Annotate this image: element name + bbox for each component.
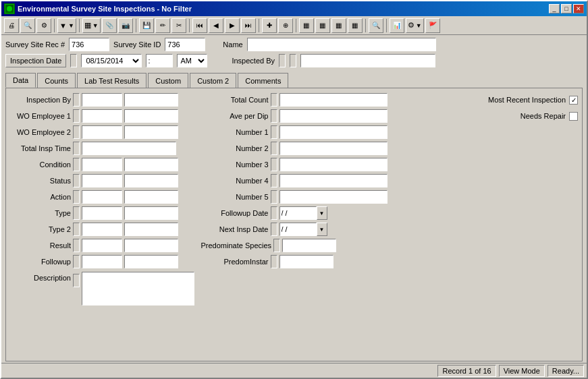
- inspection-by-input2[interactable]: [124, 93, 178, 107]
- grid2-button[interactable]: ▦: [315, 18, 330, 33]
- close-button[interactable]: ✕: [573, 4, 584, 13]
- condition-input2[interactable]: [124, 158, 178, 171]
- result-input2[interactable]: [124, 239, 178, 252]
- next-insp-date-input[interactable]: [279, 223, 317, 236]
- toolbar-sep-5: [259, 19, 259, 32]
- type-input2[interactable]: [124, 206, 178, 220]
- needs-repair-checkbox[interactable]: [569, 112, 578, 121]
- number5-input[interactable]: [279, 190, 387, 204]
- result-input1[interactable]: [82, 239, 122, 252]
- grid1-button[interactable]: ▦: [299, 18, 314, 33]
- row-result: Result: [10, 238, 194, 253]
- type2-label: Type 2: [10, 225, 71, 233]
- grid4-button[interactable]: ▦: [348, 18, 363, 33]
- status-input2[interactable]: [124, 174, 178, 187]
- type2-input1[interactable]: [82, 223, 122, 236]
- predom-species-input[interactable]: [282, 239, 336, 252]
- wo-emp1-input1[interactable]: [82, 109, 122, 123]
- wo-emp1-input2[interactable]: [124, 109, 178, 123]
- description-textarea[interactable]: [82, 272, 194, 305]
- print-button[interactable]: 🖨: [4, 18, 19, 33]
- tab-counts[interactable]: Counts: [37, 73, 76, 88]
- last-record-button[interactable]: ⏭: [241, 18, 256, 33]
- inspection-by-input1[interactable]: [82, 93, 122, 107]
- flag-button[interactable]: 🚩: [425, 18, 440, 33]
- inspection-date-select[interactable]: 08/15/2014: [81, 54, 142, 67]
- data-col-1: Inspection By WO Employee 1 WO Employee …: [10, 92, 194, 357]
- header-row-1: Survey Site Rec # Survey Site ID Name: [5, 38, 583, 51]
- scissors-button[interactable]: ✂: [171, 18, 186, 33]
- tabs-row: Data Counts Lab Test Results Custom Cust…: [5, 73, 583, 88]
- report-dropdown[interactable]: ⚙ ▼: [406, 18, 424, 33]
- minimize-button[interactable]: _: [549, 4, 560, 13]
- followup-date-dropdown[interactable]: ▼: [317, 206, 327, 220]
- number1-input[interactable]: [279, 125, 387, 139]
- tab-custom[interactable]: Custom: [148, 73, 188, 88]
- wo-emp2-input1[interactable]: [82, 125, 122, 139]
- survey-site-rec-input[interactable]: [69, 38, 109, 51]
- inspection-date-button[interactable]: Inspection Date: [5, 54, 66, 67]
- type-input1[interactable]: [82, 206, 122, 220]
- condition-ind: [73, 158, 80, 171]
- most-recent-checkbox[interactable]: ✓: [569, 96, 578, 105]
- survey-site-id-input[interactable]: [165, 38, 205, 51]
- prev-record-button[interactable]: ◀: [209, 18, 223, 33]
- number4-input[interactable]: [279, 174, 387, 187]
- total-count-input[interactable]: [279, 93, 387, 107]
- filter-dropdown[interactable]: ▼ ▼: [57, 18, 76, 33]
- action-input1[interactable]: [82, 190, 122, 204]
- status-label: Status: [10, 177, 71, 185]
- followup-date-wrapper: ▼: [279, 206, 327, 220]
- maximize-button[interactable]: □: [561, 4, 572, 13]
- tab-data[interactable]: Data: [5, 73, 36, 88]
- tab-comments[interactable]: Comments: [238, 73, 288, 88]
- first-record-button[interactable]: ⏮: [192, 18, 207, 33]
- data-col-2: Total Count Ave per Dip Number 1: [201, 92, 387, 357]
- action-label: Action: [10, 193, 71, 201]
- number3-input[interactable]: [279, 158, 387, 171]
- condition-input1[interactable]: [82, 158, 122, 171]
- camera-button[interactable]: 📷: [118, 18, 133, 33]
- copy-button[interactable]: ⊕: [278, 18, 293, 33]
- ampm-select[interactable]: AM PM: [177, 54, 207, 67]
- new-button[interactable]: ✚: [262, 18, 277, 33]
- title-buttons: _ □ ✕: [549, 4, 584, 13]
- next-record-button[interactable]: ▶: [225, 18, 240, 33]
- next-insp-date-dropdown[interactable]: ▼: [317, 223, 327, 236]
- name-input[interactable]: [247, 38, 436, 51]
- report1-button[interactable]: 📊: [390, 18, 404, 33]
- pencil-button[interactable]: ✏: [155, 18, 170, 33]
- search-button[interactable]: 🔍: [369, 18, 383, 33]
- window-title: Environmental Survey Site Inspections - …: [18, 5, 549, 13]
- followup-label: Followup: [10, 258, 71, 266]
- row-most-recent: Most Recent Inspection ✓: [394, 92, 579, 107]
- ave-per-dip-ind: [271, 109, 277, 123]
- layout-dropdown[interactable]: ▦ ▼: [82, 18, 101, 33]
- followup-input1[interactable]: [82, 255, 122, 268]
- inspected-by-input[interactable]: [300, 54, 435, 67]
- survey-site-id-label: Survey Site ID: [113, 40, 161, 49]
- save-button[interactable]: 💾: [139, 18, 154, 33]
- preview-button[interactable]: 🔍: [20, 18, 35, 33]
- status-input1[interactable]: [82, 174, 122, 187]
- row-followup-date: Followup Date ▼: [201, 206, 387, 221]
- ave-per-dip-input[interactable]: [279, 109, 387, 123]
- number2-input[interactable]: [279, 142, 387, 155]
- options-button[interactable]: ⚙: [36, 18, 51, 33]
- followup-input2[interactable]: [124, 255, 178, 268]
- needs-repair-label: Needs Repair: [520, 112, 566, 120]
- followup-date-label: Followup Date: [201, 209, 269, 217]
- followup-date-input[interactable]: [279, 206, 317, 220]
- tab-lab-test-results[interactable]: Lab Test Results: [77, 73, 146, 88]
- time-input[interactable]: [146, 54, 173, 67]
- row-number4: Number 4: [201, 173, 387, 188]
- total-insp-time-input[interactable]: [82, 142, 176, 155]
- action-input2[interactable]: [124, 190, 178, 204]
- predom-instar-input[interactable]: [279, 255, 333, 268]
- type2-input2[interactable]: [124, 223, 178, 236]
- grid3-button[interactable]: ▦: [331, 18, 346, 33]
- attach-button[interactable]: 📎: [102, 18, 117, 33]
- wo-emp2-input2[interactable]: [124, 125, 178, 139]
- tab-custom2[interactable]: Custom 2: [190, 73, 236, 88]
- header-row-2: Inspection Date 08/15/2014 AM PM Inspect…: [5, 54, 583, 67]
